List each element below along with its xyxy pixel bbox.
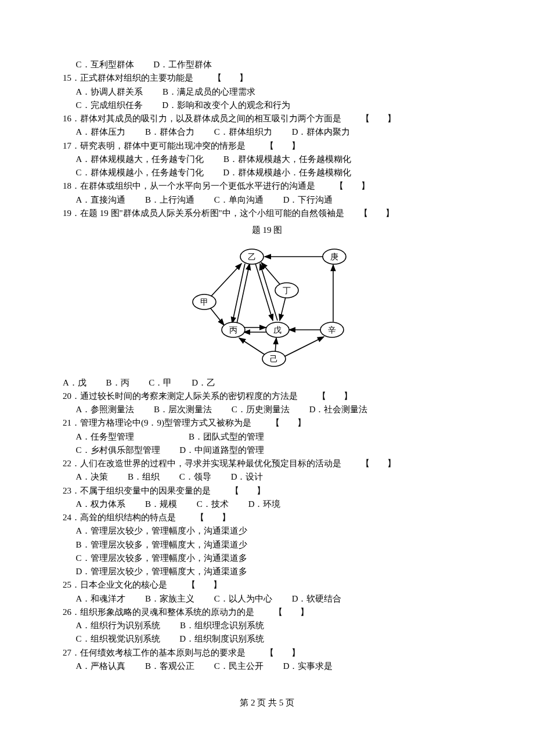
- node-ji: 己: [270, 355, 278, 363]
- node-jia: 甲: [200, 298, 208, 307]
- q14d: D．工作型群体: [153, 60, 212, 69]
- q18-stem: 18．在群体或组织中，从一个水平向另一个更低水平进行的沟通是 【】: [63, 179, 471, 193]
- q17-stem: 17．研究表明，群体中更可能出现冲突的情形是 【】: [63, 139, 471, 153]
- q21-ab: A．任务型管理 B．团队式型的管理: [63, 430, 471, 444]
- q19-stem: 19．在题 19 图"群体成员人际关系分析图"中，这个小组可能的自然领袖是 【】: [63, 207, 471, 220]
- svg-line-3: [255, 264, 273, 321]
- figure-caption: 题 19 图: [63, 224, 471, 237]
- q16-opts: A．群体压力 B．群体合力 C．群体组织力 D．群体内聚力: [63, 125, 471, 139]
- q20-opts: A．参照测量法 B．层次测量法 C．历史测量法 D．社会测量法: [63, 403, 471, 416]
- node-yi: 乙: [248, 253, 256, 261]
- node-bing: 丙: [229, 326, 237, 334]
- q21-cd: C．乡村俱乐部型管理 D．中间道路型的管理: [63, 444, 471, 457]
- q27-stem: 27．任何绩效考核工作的基本原则与总的要求是 【】: [63, 646, 471, 660]
- svg-line-0: [210, 264, 241, 297]
- q26-cd: C．组织视觉识别系统 D．组织制度识别系统: [63, 632, 471, 646]
- q19-opts: A．戊 B．丙 C．甲 D．乙: [63, 376, 471, 390]
- q14-options-cd: C．互利型群体 D．工作型群体: [63, 58, 471, 71]
- q25-stem: 25．日本企业文化的核心是 【】: [63, 578, 471, 592]
- svg-line-4: [260, 264, 277, 321]
- q15-cd: C．完成组织任务 D．影响和改变个人的观念和行为: [63, 99, 471, 112]
- q24a: A．管理层次较少，管理幅度小，沟通渠道少: [63, 524, 471, 538]
- q22-opts: A．决策 B．组织 C．领导 D．设计: [63, 470, 471, 484]
- q23-stem: 23．不属于组织变量中的因果变量的是 【】: [63, 484, 471, 498]
- q17-ab: A．群体规模越大，任务越专门化 B．群体规模越大，任务越模糊化: [63, 153, 471, 166]
- svg-line-15: [284, 337, 324, 357]
- q14c: C．互利型群体: [76, 60, 134, 69]
- q15-stem: 15．正式群体对组织的主要功能是 【】: [63, 71, 471, 85]
- q27-opts: A．严格认真 B．客观公正 C．民主公开 D．实事求是: [63, 660, 471, 673]
- q24c: C．管理层次较多，管理幅度小，沟通渠道多: [63, 552, 471, 565]
- q24d: D．管理层次较少，管理幅度大，沟通渠道多: [63, 565, 471, 578]
- q19-diagram: 乙 庚 甲 丁 丙 戊 辛 己: [63, 239, 471, 371]
- page-footer: 第 2 页 共 5 页: [63, 696, 471, 710]
- q20-stem: 20．通过较长时间的考察来测定人际关系的密切程度的方法是 【】: [63, 390, 471, 403]
- node-ding: 丁: [283, 286, 291, 295]
- q23-opts: A．权力体系 B．规模 C．技术 D．环境: [63, 498, 471, 511]
- node-xin: 辛: [328, 326, 336, 334]
- svg-line-10: [280, 297, 286, 321]
- q15-ab: A．协调人群关系 B．满足成员的心理需求: [63, 85, 471, 99]
- q24b: B．管理层次较多，管理幅度大，沟通渠道少: [63, 538, 471, 552]
- svg-line-5: [261, 262, 282, 287]
- svg-line-14: [275, 338, 276, 353]
- q25-opts: A．和魂洋才 B．家族主义 C．以人为中心 D．软硬结合: [63, 592, 471, 606]
- q22-stem: 22．人们在改造世界的过程中，寻求并实现某种最优化预定目标的活动是 【】: [63, 457, 471, 470]
- q17-cd: C．群体规模越小，任务越专门化 D．群体规模越小．任务越模糊化: [63, 166, 471, 179]
- q18-opts: A．直接沟通 B．上行沟通 C．单向沟通 D．下行沟通: [63, 193, 471, 207]
- q16-stem: 16．群体对其成员的吸引力，以及群体成员之间的相互吸引力两个方面是 【】: [63, 112, 471, 125]
- node-geng: 庚: [330, 253, 338, 261]
- svg-line-13: [239, 338, 266, 355]
- q24-stem: 24．高耸的组织结构的特点是 【】: [63, 511, 471, 524]
- q26-stem: 26．组织形象战略的灵魂和整体系统的原动力的是 【】: [63, 606, 471, 619]
- svg-line-7: [210, 308, 224, 325]
- q21-stem: 21．管理方格理论中(9．9)型管理方式又被称为是 【】: [63, 416, 471, 430]
- node-wu: 戊: [273, 326, 282, 334]
- q26-ab: A．组织行为识别系统 B．组织理念识别系统: [63, 619, 471, 632]
